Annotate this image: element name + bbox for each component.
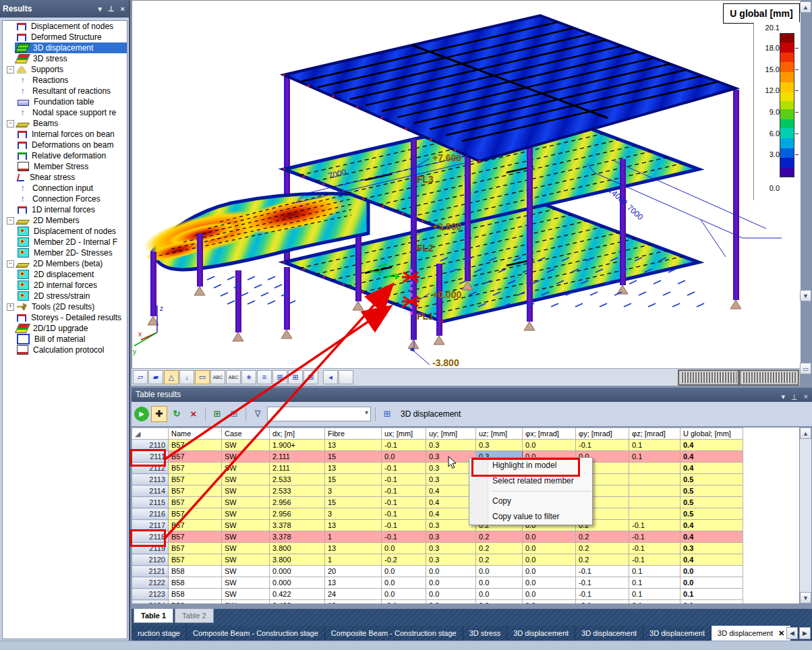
view-scroll-up[interactable]: ▲ xyxy=(800,1,811,13)
cell-uy[interactable]: 0.3 xyxy=(426,543,476,554)
cell-pz[interactable]: -0.1 xyxy=(629,554,680,566)
refresh-icon[interactable]: ↻ xyxy=(169,407,184,421)
table-row-2112[interactable]: 2112B57SW2.11113-0.10.30.30.4 xyxy=(132,463,743,474)
expander-icon[interactable]: + xyxy=(7,303,14,311)
tree-item-internal-forces-on-bean[interactable]: Internal forces on bean xyxy=(3,129,127,140)
cell-case[interactable]: SW xyxy=(222,497,270,508)
column-header-dx; [m][interactable]: dx; [m] xyxy=(270,428,325,440)
document-tab[interactable]: Composite Beam - Construction stage xyxy=(325,626,463,641)
tree-item-2d-1d-upgrade[interactable]: 2D/1D upgrade xyxy=(3,323,127,334)
supports-icon[interactable]: △ xyxy=(164,370,179,384)
cell-dx[interactable]: 0.000 xyxy=(270,577,325,589)
cell-fibre[interactable]: 15 xyxy=(325,474,382,485)
cell-dx[interactable]: 0.000 xyxy=(270,566,325,577)
cell-pz[interactable] xyxy=(629,497,680,508)
cell-ux[interactable]: 0.0 xyxy=(382,577,426,589)
axes-icon[interactable]: ∗ xyxy=(241,370,256,384)
tree-item-resultant-of-reactions[interactable]: ↑Resultant of reactions xyxy=(3,86,127,96)
column-header-U global; [mm][interactable]: U global; [mm] xyxy=(680,428,743,440)
cell-uy[interactable]: 0.0 xyxy=(426,589,476,600)
cell-ug[interactable]: 0.5 xyxy=(680,497,743,508)
document-tab[interactable]: 3D displacement✕ xyxy=(712,626,791,641)
tree-item-foundation-table[interactable]: Foundation table xyxy=(3,96,127,107)
cell-pz[interactable]: 0.1 xyxy=(629,566,680,577)
cell-fibre[interactable]: 24 xyxy=(325,589,382,600)
table-row-2124[interactable]: 2124B58SW0.42213-0.10.00.00.0-0.10.10.1 xyxy=(132,600,743,604)
cell-py[interactable]: -0.1 xyxy=(576,600,629,604)
table-row-2114[interactable]: 2114B57SW2.5333-0.10.40.30.5 xyxy=(132,485,743,497)
cell-uy[interactable]: 0.0 xyxy=(426,566,476,577)
cell-case[interactable]: SW xyxy=(222,577,270,589)
results-table[interactable]: ◢NameCasedx; [m]Fibreux; [mm]uy; [mm]uz;… xyxy=(132,427,799,603)
cell-fibre[interactable]: 15 xyxy=(325,497,382,508)
table-row-2122[interactable]: 2122B58SW0.000130.00.00.00.0-0.10.10.0 xyxy=(132,577,743,589)
table-row-2120[interactable]: 2120B57SW3.8001-0.20.30.20.00.2-0.10.4 xyxy=(132,554,743,566)
column-header-Case[interactable]: Case xyxy=(222,428,270,440)
cell-ux[interactable]: 0.0 xyxy=(382,589,426,600)
cell-case[interactable]: SW xyxy=(222,485,270,497)
filter-icon[interactable]: ∇ xyxy=(250,407,265,421)
view-hscroll-2[interactable] xyxy=(739,370,799,386)
cell-pz[interactable] xyxy=(629,485,680,497)
view-scroll-down[interactable]: ▼ xyxy=(800,290,811,301)
cell-py[interactable]: -0.1 xyxy=(576,589,629,600)
cell-ux[interactable]: 0.0 xyxy=(382,543,426,554)
cell-px[interactable]: 0.0 xyxy=(523,554,576,566)
view-corner-button[interactable]: ▭ xyxy=(800,363,811,374)
model-3d-view[interactable]: 7000 14000 7000 +7.600 FL3 +3.800 FL2 +0… xyxy=(132,0,801,368)
cell-px[interactable]: 0.0 xyxy=(523,566,576,577)
cell-fibre[interactable]: 13 xyxy=(325,543,382,554)
expander-icon[interactable]: − xyxy=(7,260,14,268)
cell-case[interactable]: SW xyxy=(222,520,270,531)
tabs-scroll-right-icon[interactable]: ▶ xyxy=(799,627,811,639)
table-view-icon[interactable]: ⊞ xyxy=(272,370,287,384)
table-row-2115[interactable]: 2115B57SW2.95615-0.10.40.30.5 xyxy=(132,497,743,508)
tree-item-connection-input[interactable]: ↑Connection input xyxy=(3,183,127,194)
tree-item-displacement-of-nodes[interactable]: Displacement of nodes xyxy=(3,21,127,32)
cell-pz[interactable]: -0.1 xyxy=(629,531,680,543)
tree-item-3d-displacement[interactable]: 3D displacement xyxy=(3,42,127,53)
table-row-2110[interactable]: 2110B57SW1.900+13-0.10.30.30.0-0.10.10.4 xyxy=(132,440,743,451)
cell-py[interactable]: -0.1 xyxy=(576,566,629,577)
member-labels-icon[interactable]: ABC xyxy=(226,370,241,384)
cell-ug[interactable]: 0.4 xyxy=(680,531,743,543)
view-hscroll-1[interactable] xyxy=(678,370,739,386)
tree-item-storeys-detailed-results[interactable]: Storeys - Detailed results xyxy=(3,312,127,323)
document-tab[interactable]: 3D stress xyxy=(463,626,507,641)
table-row-2117[interactable]: 2117B57SW3.37813-0.10.30.20.00.2-0.10.4 xyxy=(132,520,743,531)
cell-pz[interactable]: -0.1 xyxy=(629,520,680,531)
scroll-left-icon[interactable]: ◂ xyxy=(323,370,338,384)
tree-item-2d-stress-strain[interactable]: 2D stress/strain xyxy=(3,291,127,301)
cell-pz[interactable]: 0.1 xyxy=(629,440,680,451)
cell-fibre[interactable]: 13 xyxy=(325,463,382,474)
pin-icon[interactable]: ⊤ xyxy=(108,0,115,18)
tree-item-2d-members-beta-[interactable]: −2D Members (beta) xyxy=(3,258,127,269)
table-row-2123[interactable]: 2123B58SW0.422240.00.00.00.0-0.10.10.1 xyxy=(132,589,743,600)
cell-ux[interactable]: -0.1 xyxy=(382,508,426,520)
cell-name[interactable]: B57 xyxy=(169,531,222,543)
tree-item-connection-forces[interactable]: ↑Connection Forces xyxy=(3,194,127,204)
table-tab-table-1[interactable]: Table 1 xyxy=(134,609,173,623)
cell-uy[interactable]: 0.3 xyxy=(426,440,476,451)
column-header-φy; [mrad][interactable]: φy; [mrad] xyxy=(576,428,629,440)
cell-dx[interactable]: 3.378 xyxy=(270,520,325,531)
cell-name[interactable]: B58 xyxy=(169,577,222,589)
cell-uz[interactable]: 0.0 xyxy=(476,566,523,577)
cell-ug[interactable]: 0.5 xyxy=(680,485,743,497)
cell-dx[interactable]: 2.533 xyxy=(270,474,325,485)
expander-icon[interactable]: − xyxy=(7,120,14,127)
cell-fibre[interactable]: 1 xyxy=(325,531,382,543)
table-row-2119[interactable]: 2119B57SW3.800130.00.30.20.00.2-0.10.3 xyxy=(132,543,743,554)
cell-dx[interactable]: 2.956 xyxy=(270,497,325,508)
run-icon[interactable]: ▶ xyxy=(134,407,149,421)
tree-item-deformations-on-beam[interactable]: Deformations on beam xyxy=(3,140,127,150)
tree-item-supports[interactable]: −Supports xyxy=(3,64,127,75)
cell-uy[interactable]: 0.0 xyxy=(426,577,476,589)
cell-fibre[interactable]: 13 xyxy=(325,600,382,604)
cell-fibre[interactable]: 1 xyxy=(325,554,382,566)
cell-name[interactable]: B57 xyxy=(169,440,222,451)
cell-dx[interactable]: 3.378 xyxy=(270,531,325,543)
cell-ux[interactable]: -0.1 xyxy=(382,600,426,604)
tree-item-3d-stress[interactable]: 3D stress xyxy=(3,53,127,64)
cell-ux[interactable]: -0.2 xyxy=(382,554,426,566)
